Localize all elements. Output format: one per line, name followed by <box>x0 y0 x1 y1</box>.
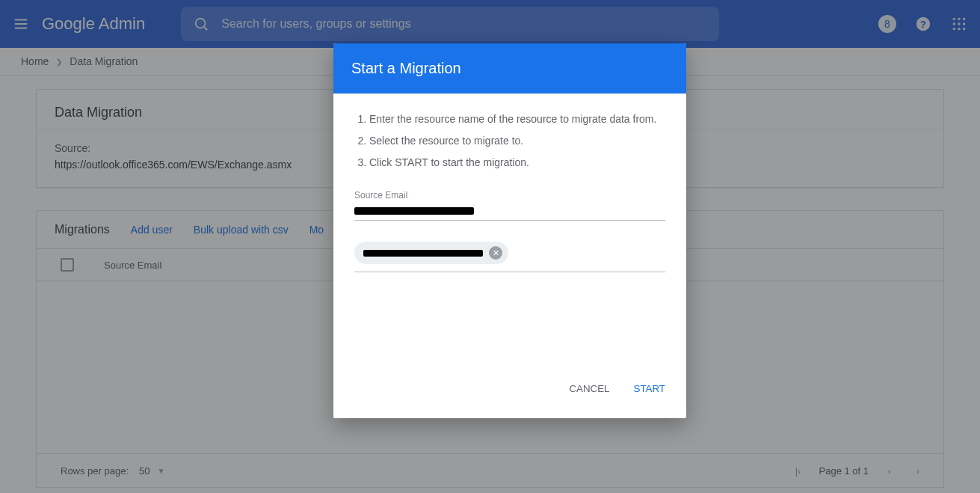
start-migration-dialog: Start a Migration Enter the resource nam… <box>333 43 686 418</box>
start-button[interactable]: START <box>631 377 668 400</box>
source-email-label: Source Email <box>354 190 665 200</box>
source-email-value <box>354 207 474 215</box>
dialog-steps: Enter the resource name of the resource … <box>354 111 665 171</box>
source-email-field[interactable] <box>354 202 665 221</box>
target-chip[interactable]: ✕ <box>354 242 508 264</box>
target-field[interactable]: ✕ <box>354 242 665 272</box>
dialog-actions: CANCEL START <box>333 362 686 418</box>
dialog-step-3: Click START to start the migration. <box>369 155 665 171</box>
chip-remove-icon[interactable]: ✕ <box>489 246 502 260</box>
dialog-title: Start a Migration <box>333 43 686 94</box>
chip-value <box>363 250 483 257</box>
cancel-button[interactable]: CANCEL <box>566 377 612 400</box>
dialog-step-2: Select the resource to migrate to. <box>369 133 665 149</box>
dialog-step-1: Enter the resource name of the resource … <box>369 111 665 127</box>
dialog-body: Enter the resource name of the resource … <box>333 94 686 280</box>
